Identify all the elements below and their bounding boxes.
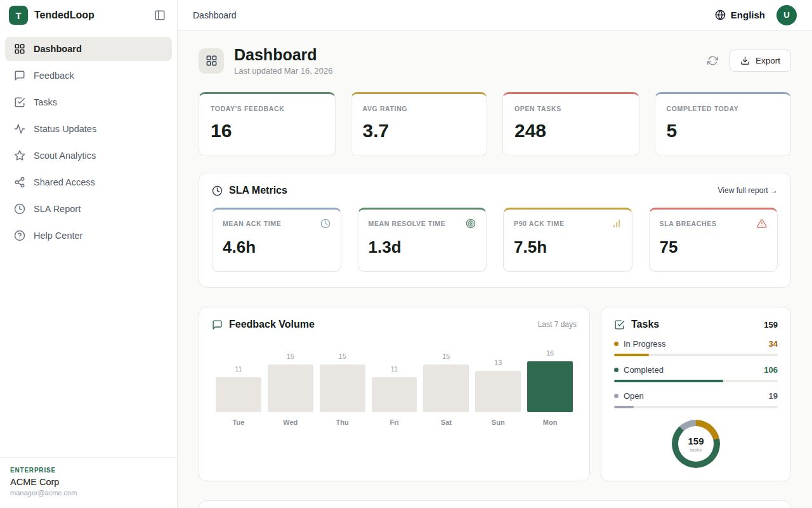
sla-header: SLA Metrics View full report → bbox=[212, 185, 778, 196]
feedback-bar-chart: 11Tue15Wed15Thu11Fri15Sat13Sun16Mon bbox=[212, 349, 577, 426]
page-header-left: Dashboard Last updated Mar 16, 2026 bbox=[199, 46, 332, 76]
share-icon bbox=[14, 177, 25, 188]
sla-card-mean-ack-time: MEAN ACK TIME 4.6h bbox=[212, 208, 341, 272]
check-square-icon bbox=[14, 97, 25, 108]
task-label: Open bbox=[624, 391, 764, 401]
sidebar-item-tasks[interactable]: Tasks bbox=[5, 90, 172, 114]
view-full-report-link[interactable]: View full report → bbox=[718, 186, 778, 195]
task-count: 19 bbox=[769, 391, 778, 401]
task-row: In Progress34 bbox=[614, 339, 778, 356]
bar-label: Fri bbox=[390, 418, 398, 426]
sidebar-item-label: Dashboard bbox=[34, 44, 82, 54]
task-row: Open19 bbox=[614, 391, 778, 408]
bar-value: 11 bbox=[391, 365, 398, 373]
task-status-dot bbox=[614, 342, 619, 346]
stat-value: 16 bbox=[211, 120, 324, 142]
bar-column: 13Sun bbox=[475, 359, 521, 426]
donut-wrap: 159 tasks bbox=[614, 420, 778, 469]
tasks-list: In Progress34Completed106Open19 bbox=[614, 339, 778, 408]
task-progress-track bbox=[614, 406, 778, 408]
stat-value: 3.7 bbox=[363, 120, 476, 142]
panel-collapse-icon bbox=[154, 10, 166, 21]
tasks-title: Tasks bbox=[631, 319, 659, 330]
clock-icon bbox=[320, 218, 331, 229]
donut-center: 159 tasks bbox=[688, 436, 704, 453]
sidebar-item-label: Shared Access bbox=[34, 177, 95, 187]
sidebar-item-label: SLA Report bbox=[34, 204, 81, 214]
content: Dashboard Last updated Mar 16, 2026 Expo… bbox=[178, 30, 812, 508]
stat-card-completed-today: COMPLETED TODAY 5 bbox=[655, 92, 792, 156]
sidebar-item-shared-access[interactable]: Shared Access bbox=[5, 170, 172, 194]
bar-value: 16 bbox=[546, 349, 554, 357]
feedback-volume-card: Feedback Volume Last 7 days 11Tue15Wed15… bbox=[199, 307, 590, 481]
sidebar-item-label: Tasks bbox=[34, 97, 57, 107]
message-icon bbox=[14, 70, 25, 81]
page-header: Dashboard Last updated Mar 16, 2026 Expo… bbox=[199, 46, 791, 76]
task-label: Completed bbox=[624, 365, 759, 375]
sidebar-collapse-button[interactable] bbox=[152, 7, 168, 23]
activity-icon bbox=[14, 123, 25, 135]
bar-label: Sat bbox=[441, 418, 452, 426]
task-count: 106 bbox=[764, 365, 778, 375]
user-avatar[interactable]: U bbox=[776, 5, 797, 25]
app-logo: T bbox=[9, 6, 28, 25]
warning-icon bbox=[757, 218, 767, 229]
org-name: ACME Corp bbox=[10, 477, 167, 487]
task-label: In Progress bbox=[624, 339, 764, 349]
bar bbox=[268, 364, 313, 412]
sla-card-value: 75 bbox=[660, 237, 768, 257]
task-status-dot bbox=[614, 368, 619, 372]
bar-value: 13 bbox=[494, 359, 502, 366]
task-progress-fill bbox=[614, 354, 649, 356]
feedback-volume-header: Feedback Volume Last 7 days bbox=[212, 319, 577, 330]
sidebar-item-scout-analytics[interactable]: Scout Analytics bbox=[5, 144, 172, 168]
download-icon bbox=[740, 56, 750, 65]
export-button[interactable]: Export bbox=[730, 50, 791, 72]
sidebar-item-sla-report[interactable]: SLA Report bbox=[5, 197, 172, 221]
bar-label: Sun bbox=[492, 418, 505, 426]
stat-value: 5 bbox=[667, 120, 780, 142]
sidebar-item-status-updates[interactable]: Status Updates bbox=[5, 117, 172, 141]
bar bbox=[372, 377, 417, 412]
clock-icon bbox=[212, 185, 223, 196]
page-title: Dashboard bbox=[234, 46, 332, 64]
refresh-icon bbox=[707, 55, 718, 66]
help-icon bbox=[14, 230, 25, 241]
bar-column: 11Tue bbox=[216, 365, 261, 426]
language-switcher[interactable]: English bbox=[715, 10, 765, 20]
task-progress-track bbox=[614, 380, 778, 382]
bar-label: Tue bbox=[233, 418, 245, 426]
bar bbox=[320, 364, 365, 412]
stat-card-avg-rating: AVG RATING 3.7 bbox=[351, 92, 488, 156]
last-updated-text: Last updated Mar 16, 2026 bbox=[234, 66, 332, 76]
target-icon bbox=[466, 218, 476, 229]
sla-title: SLA Metrics bbox=[229, 185, 287, 196]
sidebar-nav: Dashboard Feedback Tasks Status Updates … bbox=[0, 30, 177, 254]
sidebar-item-label: Scout Analytics bbox=[34, 150, 96, 161]
user-email: manager@acme.com bbox=[10, 489, 167, 497]
stat-value: 248 bbox=[514, 120, 627, 142]
tasks-card: Tasks 159 In Progress34Completed106Open1… bbox=[601, 307, 791, 481]
sla-card-value: 7.5h bbox=[514, 237, 622, 257]
sidebar-item-dashboard[interactable]: Dashboard bbox=[5, 37, 172, 61]
main-area: Dashboard English U Dashboard Last updat… bbox=[178, 0, 812, 508]
bar-value: 11 bbox=[235, 365, 242, 373]
sidebar-item-help-center[interactable]: Help Center bbox=[5, 224, 172, 248]
breadcrumb: Dashboard bbox=[193, 10, 237, 20]
stat-label: AVG RATING bbox=[363, 105, 476, 112]
refresh-button[interactable] bbox=[707, 55, 718, 66]
stats-row: TODAY'S FEEDBACK 16 AVG RATING 3.7 OPEN … bbox=[199, 92, 791, 156]
page-header-right: Export bbox=[707, 50, 791, 72]
message-icon bbox=[212, 319, 223, 330]
task-count: 34 bbox=[769, 339, 778, 349]
stat-card-todays-feedback: TODAY'S FEEDBACK 16 bbox=[199, 92, 336, 156]
sla-card-label: P90 ACK TIME bbox=[514, 220, 565, 227]
globe-icon bbox=[715, 10, 726, 20]
sidebar-item-label: Status Updates bbox=[34, 124, 96, 134]
bar-label: Mon bbox=[543, 418, 558, 426]
sidebar-item-feedback[interactable]: Feedback bbox=[5, 64, 172, 88]
dashboard-header-icon bbox=[199, 48, 224, 74]
bar bbox=[475, 371, 521, 412]
feedback-volume-title-group: Feedback Volume bbox=[212, 319, 315, 330]
topbar-right: English U bbox=[715, 5, 797, 25]
